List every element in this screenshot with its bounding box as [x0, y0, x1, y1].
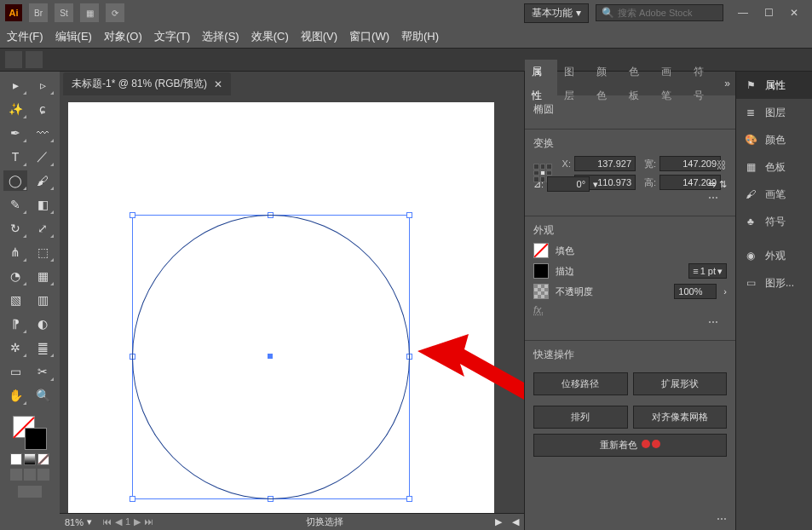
gradient-tool[interactable]: ▥ [31, 290, 55, 310]
scroll-left-icon[interactable]: ◀ [512, 516, 519, 527]
angle-input[interactable] [547, 176, 590, 192]
stroke-swatch[interactable] [25, 428, 47, 450]
stepper-icon[interactable]: ≡ [693, 266, 698, 276]
search-input[interactable] [618, 8, 717, 18]
rotate-tool[interactable]: ↻ [3, 218, 27, 239]
eyedropper-tool[interactable]: ⁋ [3, 314, 27, 334]
qa-offset-path-button[interactable]: 位移路径 [533, 372, 628, 395]
transform-more-icon[interactable]: ⋯ [533, 192, 727, 209]
menu-file[interactable]: 文件(F) [7, 29, 43, 44]
selection-handle[interactable] [406, 496, 412, 502]
canvas[interactable] [60, 95, 524, 513]
zoom-control[interactable]: 81% ▾ [65, 516, 92, 527]
fill-chip[interactable] [533, 243, 549, 258]
menu-select[interactable]: 选择(S) [202, 29, 239, 44]
symbol-sprayer-tool[interactable]: ✲ [3, 337, 27, 358]
selection-handle[interactable] [130, 212, 135, 218]
ellipse-tool[interactable]: ◯ [3, 170, 27, 191]
color-mode-icon[interactable] [10, 453, 22, 465]
gradient-mode-icon[interactable] [24, 453, 36, 465]
control-item[interactable] [5, 51, 22, 68]
qa-arrange-button[interactable]: 排列 [533, 406, 628, 429]
arrange-docs-icon[interactable]: ▦ [80, 3, 99, 22]
opacity-input[interactable] [674, 284, 717, 299]
control-item[interactable] [26, 51, 43, 68]
draw-normal-icon[interactable] [10, 469, 22, 481]
menu-edit[interactable]: 编辑(E) [55, 29, 92, 44]
strip-swatches[interactable]: ▦ 色板 [736, 153, 812, 181]
chevron-down-icon[interactable]: ▾ [717, 266, 723, 277]
draw-inside-icon[interactable] [37, 469, 49, 481]
strip-appearance[interactable]: ◉ 外观 [736, 242, 812, 269]
draw-behind-icon[interactable] [24, 469, 36, 481]
line-tool[interactable]: ／ [31, 147, 55, 167]
stroke-weight-input[interactable]: ≡ 1 pt ▾ [688, 263, 727, 279]
minimize-button[interactable]: — [730, 4, 756, 21]
bridge-icon[interactable]: Br [29, 3, 48, 22]
strip-graphic-styles[interactable]: ▭ 图形... [736, 269, 812, 297]
strip-color[interactable]: 🎨 颜色 [736, 126, 812, 153]
menu-window[interactable]: 窗口(W) [349, 29, 389, 44]
shaper-tool[interactable]: ✎ [3, 194, 27, 215]
status-mode[interactable]: 切换选择 [164, 516, 485, 528]
sync-icon[interactable]: ⟳ [106, 3, 124, 22]
menu-type[interactable]: 文字(T) [154, 29, 191, 44]
appearance-more-icon[interactable]: ⋯ [533, 316, 727, 333]
brush-tool[interactable]: 🖌 [31, 170, 55, 191]
artboard-tool[interactable]: ▭ [3, 361, 27, 382]
artboard-number[interactable]: 1 [125, 516, 130, 527]
screen-mode-icon[interactable] [18, 486, 42, 498]
strip-symbols[interactable]: ♣ 符号 [736, 208, 812, 235]
last-artboard-icon[interactable]: ⏭ [144, 516, 153, 527]
flip-h-icon[interactable]: ⇋ [708, 179, 716, 190]
opacity-more-icon[interactable]: › [723, 286, 727, 297]
selection-tool[interactable]: ▸ [3, 75, 27, 95]
x-input[interactable] [574, 156, 636, 171]
selection-handle[interactable] [406, 212, 412, 218]
flip-v-icon[interactable]: ⇅ [719, 179, 727, 190]
strip-properties[interactable]: ⚑ 属性 [736, 72, 812, 99]
stock-icon[interactable]: St [55, 3, 73, 22]
scale-tool[interactable]: ⤢ [31, 218, 55, 239]
graph-tool[interactable]: ䷀ [31, 337, 55, 358]
close-button[interactable]: ✕ [781, 4, 807, 21]
free-transform-tool[interactable]: ⬚ [31, 242, 55, 262]
chevron-down-icon[interactable]: ▾ [593, 179, 598, 190]
mesh-tool[interactable]: ▧ [3, 290, 27, 310]
width-tool[interactable]: ⋔ [3, 242, 27, 262]
curvature-tool[interactable]: 〰 [31, 123, 55, 143]
pen-tool[interactable]: ✒ [3, 123, 27, 143]
strip-brushes[interactable]: 🖌 画笔 [736, 181, 812, 208]
prev-artboard-icon[interactable]: ◀ [115, 516, 122, 527]
type-tool[interactable]: T [3, 147, 27, 167]
eraser-tool[interactable]: ◧ [31, 194, 55, 215]
width-input[interactable] [659, 156, 721, 171]
stroke-chip[interactable] [533, 263, 549, 279]
lasso-tool[interactable]: ɕ [31, 99, 55, 119]
fx-button[interactable]: fx. [533, 304, 727, 316]
zoom-tool[interactable]: 🔍 [31, 385, 55, 406]
menu-view[interactable]: 视图(V) [301, 29, 337, 44]
link-wh-icon[interactable]: ⛓ [717, 159, 727, 171]
panel-more-icon[interactable]: » [719, 78, 735, 89]
direct-selection-tool[interactable]: ▹ [31, 75, 55, 95]
search-box[interactable]: 🔍 [596, 4, 723, 21]
strip-layers[interactable]: ≣ 图层 [736, 99, 812, 126]
workspace-dropdown[interactable]: 基本功能 ▾ [524, 3, 589, 23]
slice-tool[interactable]: ✂ [31, 361, 55, 382]
qa-expand-shape-button[interactable]: 扩展形状 [633, 372, 728, 395]
close-tab-icon[interactable]: ✕ [214, 78, 222, 90]
qa-recolor-button[interactable]: 重新着色 [533, 434, 727, 457]
panel-footer-more-icon[interactable]: ⋯ [525, 508, 735, 530]
perspective-tool[interactable]: ▦ [31, 266, 55, 286]
hand-tool[interactable]: ✋ [3, 385, 27, 406]
menu-help[interactable]: 帮助(H) [401, 29, 439, 44]
scroll-right-icon[interactable]: ▶ [495, 516, 502, 527]
menu-object[interactable]: 对象(O) [104, 29, 142, 44]
document-tab[interactable]: 未标题-1* @ 81% (RGB/预览) ✕ [63, 72, 231, 95]
menu-effect[interactable]: 效果(C) [251, 29, 289, 44]
maximize-button[interactable]: ☐ [756, 4, 781, 21]
first-artboard-icon[interactable]: ⏮ [102, 516, 112, 527]
qa-align-pixel-button[interactable]: 对齐像素网格 [633, 406, 728, 429]
shape-builder-tool[interactable]: ◔ [3, 266, 27, 286]
